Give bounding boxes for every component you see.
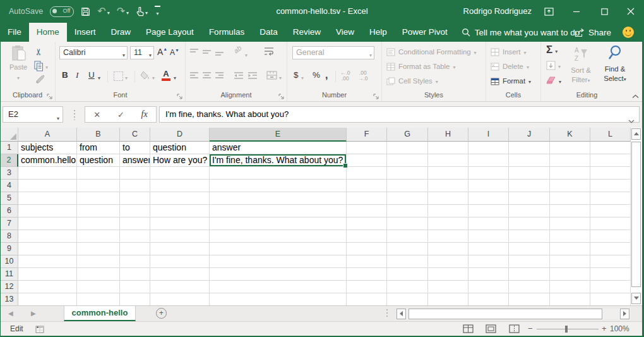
cell-A13[interactable] [18, 293, 77, 305]
cell-C3[interactable] [120, 167, 150, 180]
scroll-left-button[interactable] [397, 309, 406, 319]
cell-A5[interactable] [18, 192, 77, 205]
cell-H3[interactable] [428, 167, 468, 180]
cell-K7[interactable] [550, 218, 590, 230]
fill-handle[interactable] [343, 163, 348, 168]
cell-A4[interactable] [18, 180, 77, 192]
maximize-button[interactable] [595, 0, 614, 23]
cell-B13[interactable] [77, 293, 120, 305]
cell-F6[interactable] [347, 205, 387, 218]
fill-button[interactable] [546, 59, 561, 71]
cell-G3[interactable] [387, 167, 428, 180]
zoom-slider-thumb[interactable] [565, 326, 568, 333]
underline-dropdown-icon[interactable] [98, 72, 100, 83]
cell-H8[interactable] [428, 230, 468, 243]
borders-dropdown-icon[interactable] [125, 72, 128, 83]
cell-H2[interactable] [428, 154, 468, 167]
cell-D3[interactable] [150, 167, 210, 180]
align-left-button[interactable] [189, 71, 199, 82]
cell-B6[interactable] [77, 205, 120, 218]
cell-A1[interactable]: subjects [18, 142, 77, 154]
paste-dropdown-icon[interactable] [17, 71, 20, 82]
cell-F2[interactable] [347, 154, 387, 167]
cell-F11[interactable] [347, 268, 387, 281]
cell-A12[interactable] [18, 281, 77, 293]
cell-A10[interactable] [18, 255, 77, 268]
cell-B4[interactable] [77, 180, 120, 192]
alignment-dialog-launcher[interactable] [278, 91, 285, 97]
tab-home[interactable]: Home [29, 23, 67, 42]
cell-H10[interactable] [428, 255, 468, 268]
row-header-11[interactable]: 11 [1, 268, 18, 281]
previous-sheet-button[interactable]: ◀ [8, 310, 13, 317]
cell-B1[interactable]: from [77, 142, 120, 154]
cell-J5[interactable] [509, 192, 550, 205]
column-header-C[interactable]: C [120, 128, 150, 142]
italic-button[interactable]: I [76, 70, 79, 80]
cell-I9[interactable] [468, 243, 509, 255]
borders-button[interactable] [114, 71, 123, 81]
cell-C8[interactable] [120, 230, 150, 243]
cell-J4[interactable] [509, 180, 550, 192]
cell-A8[interactable] [18, 230, 77, 243]
minimize-button[interactable] [567, 0, 586, 23]
cancel-entry-button[interactable]: ✕ [93, 110, 100, 119]
row-header-1[interactable]: 1 [1, 142, 18, 154]
cell-L9[interactable] [590, 243, 631, 255]
cell-F10[interactable] [347, 255, 387, 268]
insert-function-button[interactable]: fx [141, 109, 148, 119]
cell-F3[interactable] [347, 167, 387, 180]
scroll-up-button[interactable] [631, 128, 641, 140]
orientation-button[interactable]: ab [232, 44, 243, 54]
tell-me-search[interactable]: Tell me what you want to do [462, 23, 580, 42]
row-header-6[interactable]: 6 [1, 205, 18, 218]
number-format-combo[interactable]: General [292, 46, 374, 59]
cell-D5[interactable] [150, 192, 210, 205]
tab-help[interactable]: Help [362, 23, 395, 42]
cell-E8[interactable] [210, 230, 347, 243]
cell-C11[interactable] [120, 268, 150, 281]
cell-C5[interactable] [120, 192, 150, 205]
cell-L11[interactable] [590, 268, 631, 281]
cell-F7[interactable] [347, 218, 387, 230]
copy-dropdown-icon[interactable] [45, 60, 48, 71]
format-cells-button[interactable]: Format [491, 75, 531, 87]
font-size-dropdown-icon[interactable] [149, 49, 152, 61]
cell-I2[interactable] [468, 154, 509, 167]
cell-K6[interactable] [550, 205, 590, 218]
wrap-text-button[interactable] [264, 46, 274, 58]
cell-C2[interactable]: answer [120, 154, 150, 167]
cell-I5[interactable] [468, 192, 509, 205]
column-header-I[interactable]: I [468, 128, 509, 142]
fill-dropdown-icon[interactable] [558, 59, 561, 71]
cell-A2[interactable]: common.hello [18, 154, 77, 167]
shrink-font-button[interactable]: A▼ [170, 48, 179, 57]
clear-button[interactable] [546, 75, 561, 86]
row-header-9[interactable]: 9 [1, 243, 18, 255]
cell-K4[interactable] [550, 180, 590, 192]
page-break-preview-button[interactable] [509, 324, 520, 336]
fill-color-button[interactable] [140, 71, 150, 83]
format-painter-button[interactable] [35, 75, 45, 87]
cell-K11[interactable] [550, 268, 590, 281]
cell-A11[interactable] [18, 268, 77, 281]
cell-D2[interactable]: How are you? [150, 154, 210, 167]
autosum-button[interactable]: Σ [546, 44, 558, 56]
cell-B11[interactable] [77, 268, 120, 281]
column-header-B[interactable]: B [77, 128, 120, 142]
cell-H13[interactable] [428, 293, 468, 305]
share-button[interactable]: Share [575, 23, 611, 42]
orientation-dropdown-icon[interactable] [245, 49, 247, 61]
cell-B8[interactable] [77, 230, 120, 243]
cell-C6[interactable] [120, 205, 150, 218]
font-color-button[interactable]: A [162, 70, 170, 81]
feedback-smiley-button[interactable] [623, 27, 634, 38]
cell-L2[interactable] [590, 154, 631, 167]
cell-B3[interactable] [77, 167, 120, 180]
cell-I3[interactable] [468, 167, 509, 180]
cell-D13[interactable] [150, 293, 210, 305]
cell-G11[interactable] [387, 268, 428, 281]
cell-E4[interactable] [210, 180, 347, 192]
column-header-L[interactable]: L [590, 128, 631, 142]
cell-L10[interactable] [590, 255, 631, 268]
